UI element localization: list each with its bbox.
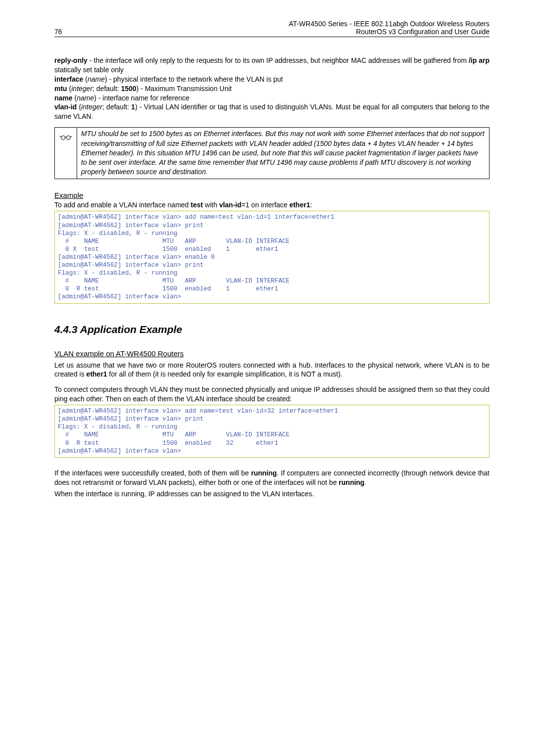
example-intro-pre: To add and enable a VLAN interface named (54, 201, 191, 209)
app-example-p4: When the interface is running, IP addres… (54, 489, 490, 499)
def-mtu-default: 1500 (121, 85, 136, 93)
app-example-heading: 4.4.3 Application Example (54, 324, 490, 335)
app-example-p3b: running (251, 469, 277, 477)
app-example-subheading: VLAN example on AT-WR4500 Routers (54, 349, 490, 358)
def-reply-only-label: reply-only (54, 56, 88, 64)
header-titles: AT-WR4500 Series - IEEE 802.11abgh Outdo… (289, 20, 490, 36)
app-example-p1: Let us assume that we have two or more R… (54, 361, 490, 379)
svg-point-1 (66, 136, 70, 140)
def-name-type: name (77, 94, 94, 102)
def-reply-only-cmd: /ip arp (469, 56, 490, 64)
app-example-p3: If the interfaces were successfully crea… (54, 469, 490, 487)
def-vlanid-text: ) - Virtual LAN identifier or tag that i… (54, 103, 490, 120)
example-intro-mid: with (203, 201, 219, 209)
example-heading: Example (54, 191, 490, 199)
def-interface-label: interface (54, 75, 83, 83)
def-name-label: name (54, 94, 73, 102)
app-example-code: [admin@AT-WR4562] interface vlan> add na… (54, 405, 490, 458)
example-intro-colon: : (310, 201, 312, 209)
def-vlanid-default: 1 (131, 103, 135, 111)
note-text: MTU should be set to 1500 bytes as on Et… (77, 128, 490, 179)
property-definitions: reply-only - the interface will only rep… (54, 56, 490, 121)
app-example-p3e: . (364, 478, 366, 486)
app-example-p3a: If the interfaces were successfully crea… (54, 469, 251, 477)
header-title-2: RouterOS v3 Configuration and User Guide (289, 28, 490, 36)
example-intro-name: test (191, 201, 203, 209)
def-reply-only-tail: statically set table only (54, 66, 124, 74)
def-mtu-type: integer (71, 85, 92, 93)
example-intro-eq: =1 on interface (241, 201, 289, 209)
def-mtu-text: ) - Maximum Transmission Unit (136, 85, 232, 93)
def-vlanid-label: vlan-id (54, 103, 77, 111)
app-example-p1b: ether1 (87, 370, 107, 378)
note-box: MTU should be set to 1500 bytes as on Et… (54, 127, 490, 179)
svg-line-2 (60, 136, 61, 137)
svg-line-3 (70, 136, 72, 137)
def-vlanid-type: integer (81, 103, 102, 111)
def-interface-type: name (88, 75, 105, 83)
example-intro-vlan: vlan-id (219, 201, 241, 209)
def-mtu-label: mtu (54, 85, 67, 93)
page-number: 76 (54, 28, 62, 36)
page-header: 76 AT-WR4500 Series - IEEE 802.11abgh Ou… (54, 20, 490, 37)
app-example-p3d: running (339, 478, 364, 486)
app-example-p1c: for all of them (it is needed only for e… (107, 370, 343, 378)
glasses-icon (59, 131, 72, 143)
svg-point-0 (61, 136, 65, 140)
def-interface-text: ) - physical interface to the network wh… (105, 75, 283, 83)
def-name-text: ) - interface name for reference (94, 94, 189, 102)
app-example-p2: To connect computers through VLAN they m… (54, 385, 490, 404)
example-code: [admin@AT-WR4562] interface vlan> add na… (54, 211, 490, 303)
example-intro-iface: ether1 (289, 201, 310, 209)
example-intro: To add and enable a VLAN interface named… (54, 200, 490, 210)
def-reply-only-text: - the interface will only reply to the r… (88, 56, 469, 64)
header-title-1: AT-WR4500 Series - IEEE 802.11abgh Outdo… (289, 20, 490, 28)
note-icon-cell (55, 128, 77, 179)
